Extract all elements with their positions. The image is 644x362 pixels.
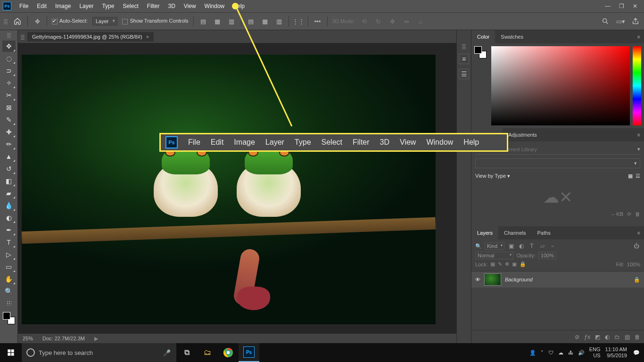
group-icon[interactable]: 🗀 <box>614 334 620 340</box>
menu-type[interactable]: Type <box>98 0 118 12</box>
align-bottom-icon[interactable]: ▥ <box>274 16 284 26</box>
menu-layer[interactable]: Layer <box>75 0 98 12</box>
tray-up-icon[interactable]: ˄ <box>541 350 544 356</box>
chevron-down-icon[interactable]: ▾ <box>637 146 640 152</box>
tray-lang1[interactable]: ENG <box>589 346 601 353</box>
new-layer-icon[interactable]: ▤ <box>625 334 630 340</box>
align-top-icon[interactable]: ▤ <box>246 16 256 26</box>
quick-select-tool[interactable]: ✧ <box>2 77 16 89</box>
window-restore-icon[interactable]: ❐ <box>619 3 624 9</box>
doc-tabs-grip-icon[interactable] <box>21 34 25 40</box>
eraser-tool[interactable]: ◧ <box>2 175 16 187</box>
auto-select-checkbox[interactable]: Auto-Select: <box>52 18 88 24</box>
chevron-down-icon[interactable]: ▾ <box>507 173 510 179</box>
tray-lang2[interactable]: US <box>589 353 601 359</box>
delete-layer-icon[interactable]: 🗑 <box>635 334 640 340</box>
tab-channels[interactable]: Channels <box>498 226 531 239</box>
eyedropper-tool[interactable]: ✎ <box>2 114 16 125</box>
tray-security-icon[interactable]: 🛡 <box>548 350 553 355</box>
filter-smart-icon[interactable]: ▫ <box>549 243 556 249</box>
menu-edit[interactable]: Edit <box>33 0 51 12</box>
window-close-icon[interactable]: ✕ <box>633 3 637 9</box>
tab-swatches[interactable]: Swatches <box>495 30 529 43</box>
history-brush-tool[interactable]: ↺ <box>2 163 16 174</box>
sync-icon[interactable]: ⟳ <box>627 211 631 217</box>
align-left-icon[interactable]: ▤ <box>198 16 208 26</box>
filter-adjust-icon[interactable]: ◐ <box>518 243 525 249</box>
distribute-icon[interactable]: ⋮⋮ <box>294 16 303 26</box>
photoshop-taskbar-icon[interactable]: Ps <box>239 343 259 362</box>
path-select-tool[interactable]: ▷ <box>2 249 16 260</box>
move-tool-icon[interactable]: ✥ <box>33 16 42 26</box>
zoom-level[interactable]: 25% <box>23 336 33 341</box>
gradient-tool[interactable]: ▰ <box>2 188 16 199</box>
color-field[interactable] <box>491 46 630 125</box>
mic-icon[interactable]: 🎤 <box>162 349 172 356</box>
lock-brush-icon[interactable]: ✎ <box>498 261 502 267</box>
auto-select-dropdown[interactable]: Layer <box>92 17 118 25</box>
share-icon[interactable] <box>631 16 640 26</box>
align-center-h-icon[interactable]: ▦ <box>213 16 222 26</box>
history-panel-icon[interactable]: ≡ <box>459 54 469 64</box>
link-layers-icon[interactable]: ⊘ <box>575 334 579 340</box>
toolbox-more-icon[interactable] <box>7 301 11 305</box>
menu-window[interactable]: Window <box>200 0 229 12</box>
layer-filter-kind[interactable]: Kind <box>485 242 504 250</box>
window-minimize-icon[interactable]: — <box>605 3 611 9</box>
layer-visibility-icon[interactable]: 👁 <box>475 277 480 282</box>
lasso-tool[interactable]: ⊃ <box>2 65 16 76</box>
menu-filter[interactable]: Filter <box>143 0 164 12</box>
crop-tool[interactable]: ✂ <box>2 90 16 101</box>
close-tab-icon[interactable]: × <box>146 34 149 40</box>
tray-volume-icon[interactable]: 🔊 <box>578 350 585 356</box>
libraries-panel-menu-icon[interactable]: ≡ <box>634 132 644 138</box>
layers-panel-menu-icon[interactable]: ≡ <box>634 230 644 236</box>
tab-color[interactable]: Color <box>471 30 495 43</box>
filter-type-icon[interactable]: T <box>528 243 536 249</box>
view-by-label[interactable]: View by Type <box>475 173 506 179</box>
start-button[interactable] <box>0 343 22 362</box>
search-icon[interactable] <box>601 16 610 26</box>
lock-artboard-icon[interactable]: ▣ <box>512 261 517 267</box>
color-panel-menu-icon[interactable]: ≡ <box>634 34 644 40</box>
menu-file[interactable]: File <box>15 0 33 12</box>
tray-network-icon[interactable]: 🖧 <box>568 350 573 355</box>
frame-tool[interactable]: ⊠ <box>2 102 16 113</box>
filter-pixel-icon[interactable]: ▣ <box>507 243 515 249</box>
midcol-grip-icon[interactable] <box>462 43 466 49</box>
tab-paths[interactable]: Paths <box>532 226 556 239</box>
mask-icon[interactable]: ◩ <box>595 334 600 340</box>
color-fg-bg-swatch[interactable] <box>474 46 488 125</box>
list-view-icon[interactable]: ☰ <box>636 173 640 179</box>
screen-mode-icon[interactable]: ▭▾ <box>616 16 625 26</box>
library-dropdown[interactable]: ▾ <box>475 158 640 168</box>
tab-layers[interactable]: Layers <box>471 226 498 239</box>
home-button[interactable] <box>12 16 23 26</box>
fx-icon[interactable]: ƒx <box>584 334 590 340</box>
show-transform-checkbox[interactable]: Show Transform Controls <box>122 18 188 24</box>
clone-stamp-tool[interactable]: ▲ <box>2 151 16 162</box>
tray-date[interactable]: 9/5/2019 <box>605 353 627 359</box>
status-menu-icon[interactable]: ▶ <box>94 336 98 342</box>
fill-value[interactable]: 100% <box>627 262 640 267</box>
lock-pixels-icon[interactable]: ▦ <box>490 261 495 267</box>
move-tool[interactable]: ✥ <box>2 41 16 52</box>
brush-tool[interactable]: ✏ <box>2 139 16 150</box>
tray-cloud-icon[interactable]: ☁ <box>558 350 563 356</box>
blend-mode-dropdown[interactable]: Normal <box>475 252 513 259</box>
chrome-icon[interactable] <box>218 343 239 362</box>
dodge-tool[interactable]: ◐ <box>2 212 16 223</box>
hand-tool[interactable]: ✋ <box>2 273 16 285</box>
rectangle-tool[interactable]: ▭ <box>2 261 16 272</box>
more-options-icon[interactable]: ••• <box>313 16 322 26</box>
document-tab[interactable]: GettyImages-1149999834.jpg @ 25% (RGB/8#… <box>27 32 154 41</box>
action-center-icon[interactable]: 💬 <box>632 345 641 360</box>
menu-select[interactable]: Select <box>118 0 142 12</box>
pen-tool[interactable]: ✒ <box>2 224 16 236</box>
tray-time[interactable]: 11:10 AM <box>605 346 627 353</box>
opacity-value[interactable]: 100% <box>538 252 556 259</box>
menu-view[interactable]: View <box>180 0 200 12</box>
hue-slider[interactable] <box>633 46 641 125</box>
filter-shape-icon[interactable]: ▱ <box>538 243 546 249</box>
adjustment-layer-icon[interactable]: ◐ <box>605 334 610 340</box>
